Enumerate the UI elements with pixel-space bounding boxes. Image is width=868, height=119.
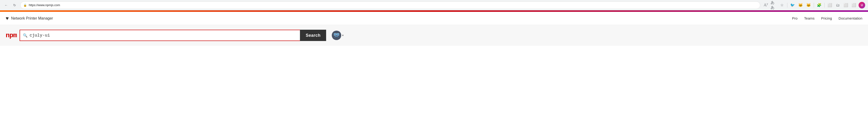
svg-rect-4 [335,37,335,37]
split-view-icon[interactable]: ⬜ [827,2,833,8]
nav-pro-link[interactable]: Pro [792,16,798,20]
cat-icon-2[interactable]: 🐱 [805,2,812,8]
downloads-icon[interactable]: ⬜ [842,2,849,8]
search-icon: 🔍 [23,33,28,38]
search-input[interactable] [29,33,297,38]
nav-pricing-link[interactable]: Pricing [821,16,832,20]
read-aloud-icon[interactable]: 𝔸ᵀ [763,2,769,8]
puzzle-icon[interactable]: 🧩 [816,2,823,8]
search-section: npm 🔍 Search [0,25,868,46]
svg-rect-2 [337,34,338,35]
url-text: https://www.npmjs.com [29,3,60,7]
profile-avatar[interactable]: U [859,2,865,8]
search-input-wrapper: 🔍 [20,30,300,41]
user-avatar-npm [332,31,341,40]
nav-documentation-link[interactable]: Documentation [839,16,862,20]
site-title: Network Printer Manager [11,16,53,21]
reload-button[interactable]: ↻ [11,2,18,8]
favorites-icon[interactable]: ☆ [779,2,785,8]
svg-rect-8 [336,34,337,34]
nav-left: ♥ Network Printer Manager [6,15,53,22]
npm-logo: npm [6,32,17,39]
twitter-icon[interactable]: 🐦 [789,2,796,8]
address-bar[interactable]: 🔒 https://www.npmjs.com [20,1,760,9]
svg-rect-5 [338,37,338,37]
svg-rect-0 [333,32,340,39]
browser-controls: ← ↻ [3,2,18,8]
cat-icon-1[interactable]: 🐱 [797,2,804,8]
heart-icon: ♥ [6,15,9,22]
toolbar-divider-1 [787,3,787,7]
avatar-dropdown-icon[interactable]: ▾ [342,34,344,37]
search-container: 🔍 Search [20,30,326,41]
browser-toolbar-icons: 𝔸ᵀ ああ ☆ 🐦 🐱 🐱 🧩 ⬜ 🗂 ⬜ ⬜ U [763,2,865,8]
search-button[interactable]: Search [300,30,326,41]
lock-icon: 🔒 [23,3,27,7]
back-button[interactable]: ← [3,2,9,8]
extensions-icon[interactable]: ⬜ [850,2,857,8]
svg-rect-3 [335,36,338,37]
npm-navigation: ♥ Network Printer Manager Pro Teams Pric… [0,12,868,25]
nav-teams-link[interactable]: Teams [804,16,814,20]
text-size-icon[interactable]: ああ [771,2,777,8]
toolbar-divider-2 [814,3,814,7]
pixel-avatar-svg [333,32,340,39]
svg-rect-1 [335,34,336,35]
browser-chrome: ← ↻ 🔒 https://www.npmjs.com 𝔸ᵀ ああ ☆ 🐦 🐱 … [0,0,868,10]
user-avatar-wrapper[interactable]: ▾ [329,31,344,40]
bookmarks-icon[interactable]: 🗂 [835,2,841,8]
nav-right: Pro Teams Pricing Documentation [792,16,862,20]
